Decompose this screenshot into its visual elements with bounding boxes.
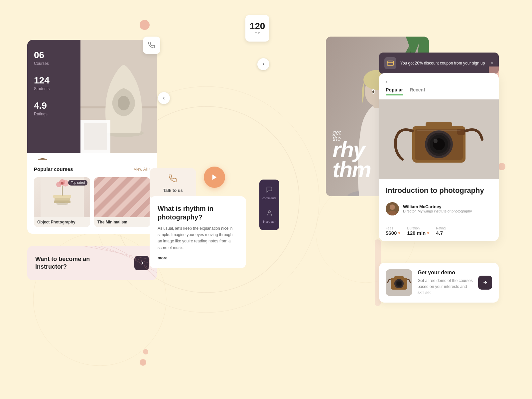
rhythm-text: get the rhythm [332, 130, 371, 180]
top-rated-badge: Top rated [68, 180, 87, 186]
demo-arrow-button[interactable] [478, 276, 492, 290]
talk-to-us-card: Talk to us [150, 168, 196, 200]
demo-card: Get your demo Get a free demo of the cou… [379, 263, 499, 303]
svg-rect-16 [55, 198, 70, 200]
close-notification-button[interactable]: × [491, 61, 493, 66]
stat-students: 124 Students [34, 75, 74, 91]
courses-header: Popular courses View All › [34, 166, 150, 172]
demo-photo [386, 269, 412, 296]
stats-panel: 06 Courses 124 Students 4.9 Ratings [27, 40, 80, 153]
tab-popular[interactable]: Popular [386, 87, 403, 95]
svg-rect-9 [84, 123, 107, 150]
dot-duration [427, 232, 429, 234]
instructor-info: William McCartney Director, My wings ins… [403, 204, 472, 213]
deco-circle-4 [498, 163, 505, 170]
course-card-minimalism[interactable]: The Minimalism [94, 177, 150, 227]
photography-course-card: ‹ Popular Recent [379, 73, 499, 241]
course-meta: Fees $600 Duration 120 min Rating 4.7 [379, 221, 499, 241]
stat-ratings: 4.9 Ratings [34, 100, 74, 116]
meta-rating: Rating 4.7 [436, 226, 446, 236]
svg-rect-35 [387, 61, 393, 65]
more-link[interactable]: more [158, 256, 238, 260]
coupon-icon [384, 57, 396, 69]
svg-rect-45 [426, 122, 452, 129]
svg-point-44 [434, 139, 438, 143]
deco-circle-1 [140, 20, 150, 30]
comments-action[interactable]: comments [262, 186, 276, 200]
stat-courses: 06 Courses [34, 50, 74, 66]
svg-rect-56 [394, 276, 404, 279]
demo-content: Get your demo Get a free demo of the cou… [418, 270, 473, 296]
course-hero-image [379, 99, 499, 179]
course-card-object[interactable]: Top rated Object Photography [34, 177, 90, 227]
view-all-link[interactable]: View All › [134, 167, 150, 172]
rhythm-card-container: 120 min [163, 18, 266, 178]
svg-point-23 [56, 202, 68, 205]
meta-fees: Fees $600 [386, 226, 400, 236]
back-button[interactable]: ‹ [386, 78, 387, 84]
course-thumb-minimalism [94, 177, 150, 217]
deco-circle-3 [143, 349, 148, 354]
svg-rect-46 [457, 129, 465, 135]
sidebar-panel: comments instructor [259, 180, 279, 230]
popular-courses-card: Popular courses View All › [27, 160, 157, 234]
course-title: Introduction to photography [379, 179, 499, 202]
card-header: ‹ [379, 73, 499, 87]
notification-card: You got 20% discount coupon from your si… [379, 53, 499, 74]
svg-point-32 [372, 90, 374, 93]
phone-button-top[interactable] [143, 37, 160, 54]
instructor-avatar [386, 202, 399, 215]
svg-point-49 [390, 204, 395, 210]
vase-photo [80, 40, 157, 153]
play-button[interactable] [204, 167, 225, 188]
comments-icon [266, 186, 273, 195]
article-card: What is rhythm in photography? As usual,… [150, 196, 246, 268]
prev-button[interactable] [158, 92, 170, 104]
instructor-card-top: 06 Courses 124 Students 4.9 Ratings [27, 40, 157, 153]
svg-point-7 [118, 96, 130, 110]
instructor-row: William McCartney Director, My wings ins… [379, 202, 499, 221]
phone-icon [169, 175, 177, 185]
svg-point-55 [397, 282, 401, 286]
tab-recent[interactable]: Recent [410, 87, 425, 95]
dot-fees [398, 232, 400, 234]
timer-card: 120 min [245, 15, 269, 42]
instructor-action[interactable]: instructor [263, 210, 275, 223]
svg-rect-17 [53, 195, 71, 198]
next-button[interactable] [257, 58, 269, 70]
courses-grid: Top rated Object Photography The Minimal… [34, 177, 150, 227]
tabs-row: Popular Recent [379, 87, 499, 99]
deco-circle-2 [140, 359, 146, 366]
instructor-icon [266, 210, 273, 218]
svg-rect-47 [417, 130, 461, 131]
instructor-cta-card: Want to become an instructor? [27, 246, 157, 280]
meta-duration: Duration 120 min [407, 226, 429, 236]
svg-point-22 [61, 182, 64, 185]
svg-marker-34 [212, 175, 217, 180]
